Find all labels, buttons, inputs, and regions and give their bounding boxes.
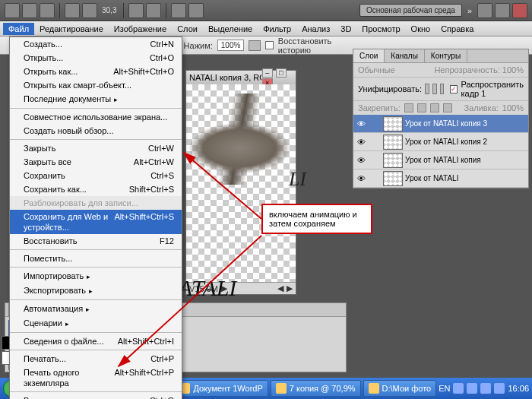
menu-3d[interactable]: 3D	[335, 23, 356, 35]
menuitem[interactable]: Открыть как...Alt+Shift+Ctrl+O	[10, 65, 182, 78]
menuitem[interactable]: Сценарии	[10, 316, 182, 331]
doc-max-button[interactable]: □	[276, 68, 287, 78]
menuitem[interactable]: Создать новый обзор...	[10, 124, 182, 138]
menuitem[interactable]: Автоматизация	[10, 302, 182, 316]
tab-paths[interactable]: Контуры	[425, 49, 467, 62]
menuitem[interactable]: СохранитьCtrl+S	[10, 169, 182, 182]
blend-mode[interactable]: Обычные	[358, 65, 395, 74]
arrange-icon[interactable]	[171, 3, 186, 18]
menuitem[interactable]: Импортировать	[10, 269, 182, 283]
menuitem[interactable]: Последние документы	[10, 92, 182, 106]
eye-icon[interactable]: 👁	[353, 119, 369, 128]
zoom-icon[interactable]	[82, 3, 97, 18]
document-window: NATALI копия 3, RGB... – □ × LI V15.9M ▶…	[185, 70, 296, 295]
document-canvas[interactable]: LI	[186, 84, 296, 282]
menu-анализ[interactable]: Анализ	[296, 23, 335, 35]
close-icon[interactable]	[512, 3, 527, 18]
lock-all-icon[interactable]	[443, 103, 452, 112]
unify-pos-icon[interactable]	[425, 84, 429, 94]
tab-layers[interactable]: Слои	[353, 49, 385, 62]
canvas-text: LI	[289, 168, 306, 191]
menu-bar: ФайлРедактированиеИзображениеСлоиВыделен…	[0, 21, 532, 36]
menu-слои[interactable]: Слои	[172, 23, 203, 35]
layer-row[interactable]: 👁Урок от NATALI копия 3	[353, 115, 528, 133]
eye-icon[interactable]: 👁	[353, 156, 369, 165]
layer-row[interactable]: 👁Урок от NATALI	[353, 169, 528, 188]
menu-окно[interactable]: Окно	[406, 23, 436, 35]
menu-изображение[interactable]: Изображение	[109, 23, 172, 35]
airbrush-icon[interactable]	[249, 40, 261, 51]
menuitem[interactable]: ВосстановитьF12	[10, 234, 182, 248]
taskbar-item[interactable]: 7 копия @ 70,9%	[271, 380, 361, 397]
hand-icon[interactable]	[128, 3, 144, 18]
lock-trans-icon[interactable]	[404, 103, 413, 112]
propagate-label: Распространить кадр 1	[461, 80, 524, 98]
eye-icon[interactable]: 👁	[353, 174, 369, 183]
ps-icon[interactable]	[5, 3, 20, 18]
workspace-picker[interactable]: Основная рабочая среда	[359, 4, 462, 17]
menu-файл[interactable]: Файл	[3, 23, 34, 35]
lock-pixels-icon[interactable]	[417, 103, 426, 112]
menu-редактирование[interactable]: Редактирование	[34, 23, 109, 35]
tray-icon[interactable]	[453, 383, 464, 394]
lock-label: Закрепить:	[358, 103, 401, 112]
doc-min-button[interactable]: –	[262, 68, 273, 78]
bridge-icon[interactable]	[22, 3, 37, 18]
app-toolbar: 30,3 Основная рабочая среда »	[0, 0, 532, 21]
menuitem[interactable]: Сохранить для Web и устройств...Alt+Shif…	[10, 210, 182, 234]
layer-row[interactable]: 👁Урок от NATALI копия 2	[353, 133, 528, 151]
menuitem[interactable]: Открыть как смарт-объект...	[10, 78, 182, 92]
tray-icon[interactable]	[467, 383, 477, 394]
layers-panel: Слои Каналы Контуры Обычные Непрозрачнос…	[353, 49, 529, 188]
unify-label: Унифицировать:	[358, 84, 422, 93]
opacity-label: Непрозрачность:	[434, 65, 499, 74]
menu-просмотр[interactable]: Просмотр	[356, 23, 405, 35]
annotation-callout: включаем анимацию и затем сохраняем	[261, 204, 372, 234]
menuitem[interactable]: Открыть...Ctrl+O	[10, 51, 182, 65]
lock-pos-icon[interactable]	[430, 103, 439, 112]
clock[interactable]: 16:06	[508, 384, 529, 393]
opacity-value-field[interactable]: 100%	[502, 65, 524, 74]
menuitem[interactable]: Экспортировать	[10, 283, 182, 298]
tray-icon[interactable]	[494, 383, 505, 394]
rotate-icon[interactable]	[146, 3, 161, 18]
menuitem[interactable]: Печать одного экземпляраAlt+Shift+Ctrl+P	[10, 366, 182, 390]
menu-фильтр[interactable]: Фильтр	[258, 23, 296, 35]
menuitem[interactable]: Закрыть всеAlt+Ctrl+W	[10, 155, 182, 169]
unify-vis-icon[interactable]	[432, 84, 437, 94]
eye-icon[interactable]: 👁	[353, 138, 369, 147]
flow-field[interactable]: 100%	[217, 40, 245, 51]
menuitem[interactable]: Создать...Ctrl+N	[10, 37, 182, 51]
menuitem[interactable]: ВыходCtrl+Q	[10, 394, 182, 399]
menuitem[interactable]: Сохранить как...Shift+Ctrl+S	[10, 182, 182, 196]
lang-indicator[interactable]: EN	[439, 384, 450, 393]
tray-icon[interactable]	[480, 383, 491, 394]
flow-label: Нажим:	[184, 41, 213, 50]
screen-icon[interactable]	[188, 3, 204, 18]
menuitem[interactable]: Печатать...Ctrl+P	[10, 352, 182, 366]
scroll-right-icon[interactable]: ▶	[287, 283, 293, 293]
layer-row[interactable]: 👁Урок от NATALI копия	[353, 151, 528, 169]
fill-value[interactable]: 100%	[502, 103, 524, 112]
menu-выделение[interactable]: Выделение	[203, 23, 258, 35]
document-title: NATALI копия 3, RGB...	[189, 73, 261, 82]
menuitem[interactable]: Сведения о файле...Alt+Shift+Ctrl+I	[10, 334, 182, 348]
restore-label: Восстановить историю	[278, 36, 365, 55]
chevrons-icon[interactable]: »	[467, 6, 472, 15]
menuitem[interactable]: Поместить...	[10, 252, 182, 265]
unify-style-icon[interactable]	[440, 84, 445, 94]
min-icon[interactable]	[477, 3, 492, 18]
restore-checkbox[interactable]	[265, 41, 274, 49]
propagate-checkbox[interactable]: ✓	[450, 85, 458, 93]
taskbar-item[interactable]: Документ 1WordP	[177, 380, 268, 397]
menuitem[interactable]: Совместное использование экрана...	[10, 110, 182, 124]
menuitem[interactable]: ЗакрытьCtrl+W	[10, 141, 182, 155]
opacity-value: 30,3	[102, 6, 116, 14]
max-icon[interactable]	[495, 3, 510, 18]
scroll-left-icon[interactable]: ◀	[277, 283, 283, 293]
view-icon[interactable]	[65, 3, 80, 18]
taskbar-item[interactable]: D:\Мои фото	[363, 380, 437, 397]
menu-справка[interactable]: Справка	[435, 23, 479, 35]
mb-icon[interactable]	[40, 3, 55, 18]
tab-channels[interactable]: Каналы	[385, 49, 425, 62]
